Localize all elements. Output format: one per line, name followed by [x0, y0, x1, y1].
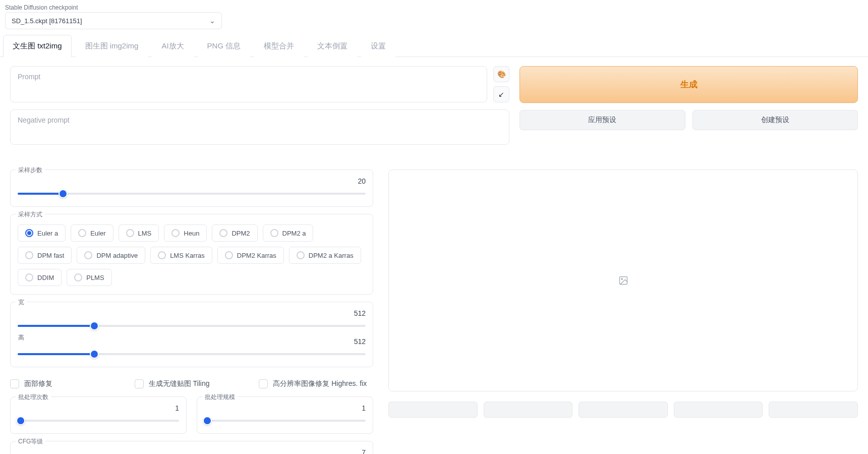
sampler-option-plms[interactable]: PLMS — [67, 269, 111, 286]
width-fieldset: 宽 512 高 512 — [10, 302, 373, 367]
negative-prompt-input[interactable] — [10, 109, 509, 145]
radio-icon — [25, 251, 33, 259]
palette-icon: 🎨 — [497, 70, 506, 78]
image-placeholder-icon — [618, 275, 628, 286]
checkbox-icon — [10, 379, 19, 388]
height-value: 512 — [354, 337, 366, 346]
sampler-option-label: DPM2 Karras — [237, 252, 276, 259]
prompt-input[interactable] — [10, 66, 487, 102]
steps-label: 采样步数 — [16, 166, 45, 175]
radio-icon — [25, 273, 33, 281]
checkbox-icon — [135, 379, 144, 388]
sampler-option-heun[interactable]: Heun — [164, 224, 207, 242]
radio-icon — [297, 251, 305, 259]
sampler-option-dpm-adaptive[interactable]: DPM adaptive — [77, 247, 145, 264]
sampler-option-euler[interactable]: Euler — [71, 224, 113, 242]
apply-preset-button[interactable]: 应用预设 — [519, 110, 685, 130]
radio-icon — [225, 251, 233, 259]
arrow-icon-button[interactable]: ↙ — [493, 86, 509, 102]
tab-文生图-txt2img[interactable]: 文生图 txt2img — [3, 35, 72, 57]
batch-size-label: 批处理规模 — [202, 393, 238, 402]
radio-icon — [270, 229, 278, 237]
checkpoint-label: Stable Diffusion checkpoint — [5, 4, 863, 11]
output-action-2[interactable] — [484, 402, 573, 418]
radio-icon — [78, 229, 86, 237]
generate-button[interactable]: 生成 — [519, 66, 858, 103]
radio-icon — [126, 229, 134, 237]
highres-label: 高分辨率图像修复 Highres. fix — [273, 379, 367, 388]
tab-图生图-img2img[interactable]: 图生图 img2img — [76, 35, 148, 57]
width-slider[interactable] — [18, 321, 366, 330]
tiling-label: 生成无缝贴图 Tiling — [149, 379, 210, 388]
checkpoint-dropdown[interactable]: SD_1.5.ckpt [81761151] ⌄ — [5, 12, 222, 29]
radio-icon — [84, 251, 92, 259]
tab-文本倒置[interactable]: 文本倒置 — [308, 35, 357, 57]
output-action-4[interactable] — [674, 402, 763, 418]
batch-size-slider[interactable] — [204, 416, 366, 425]
cfg-label: CFG等级 — [16, 437, 45, 446]
face-restore-label: 面部修复 — [24, 379, 52, 388]
sampler-option-dpm2-karras[interactable]: DPM2 Karras — [217, 247, 284, 264]
output-preview — [388, 169, 858, 391]
arrow-icon: ↙ — [498, 90, 504, 98]
sampler-option-ddim[interactable]: DDIM — [18, 269, 62, 286]
steps-value: 20 — [358, 177, 366, 185]
tab-ai放大[interactable]: AI放大 — [152, 35, 193, 57]
radio-icon — [219, 229, 227, 237]
sampler-option-label: LMS — [138, 230, 152, 237]
sampler-option-label: DPM fast — [37, 252, 64, 259]
radio-icon — [25, 229, 33, 237]
output-action-1[interactable] — [388, 402, 478, 418]
sampler-option-euler-a[interactable]: Euler a — [18, 224, 66, 242]
radio-icon — [171, 229, 180, 237]
sampler-option-dpm2[interactable]: DPM2 — [212, 224, 257, 242]
output-action-3[interactable] — [578, 402, 668, 418]
cfg-fieldset: CFG等级 7 — [10, 441, 373, 454]
sampler-option-label: Heun — [184, 230, 199, 237]
palette-icon-button[interactable]: 🎨 — [493, 66, 509, 82]
sampler-option-label: LMS Karras — [170, 252, 205, 259]
batch-count-label: 批处理次数 — [16, 393, 51, 402]
face-restore-checkbox[interactable]: 面部修复 — [10, 379, 125, 388]
height-label: 高 — [16, 333, 27, 342]
sampler-fieldset: 采样方式 Euler aEulerLMSHeunDPM2DPM2 aDPM fa… — [10, 214, 373, 295]
batch-count-slider[interactable] — [18, 416, 179, 425]
sampler-option-lms-karras[interactable]: LMS Karras — [150, 247, 212, 264]
sampler-option-label: DPM2 a Karras — [309, 252, 354, 259]
cfg-value: 7 — [362, 448, 366, 454]
sampler-option-dpm2-a-karras[interactable]: DPM2 a Karras — [289, 247, 361, 264]
checkpoint-value: SD_1.5.ckpt [81761151] — [12, 17, 82, 25]
sampler-option-lms[interactable]: LMS — [119, 224, 159, 242]
steps-slider[interactable] — [18, 189, 366, 198]
width-value: 512 — [354, 309, 366, 317]
batch-size-fieldset: 批处理规模 1 — [197, 396, 373, 434]
svg-point-1 — [621, 278, 622, 280]
main-tabs: 文生图 txt2img图生图 img2imgAI放大PNG 信息模型合并文本倒置… — [0, 34, 868, 57]
steps-fieldset: 采样步数 20 — [10, 169, 373, 207]
width-label: 宽 — [16, 298, 27, 307]
radio-icon — [158, 251, 166, 259]
sampler-option-label: DPM2 a — [282, 230, 306, 237]
height-slider[interactable] — [18, 350, 366, 359]
tab-设置[interactable]: 设置 — [361, 35, 395, 57]
sampler-option-label: PLMS — [86, 274, 104, 281]
sampler-option-label: Euler a — [37, 230, 58, 237]
tab-png-信息[interactable]: PNG 信息 — [198, 35, 251, 57]
sampler-option-dpm-fast[interactable]: DPM fast — [18, 247, 72, 264]
sampler-option-dpm2-a[interactable]: DPM2 a — [263, 224, 314, 242]
tiling-checkbox[interactable]: 生成无缝贴图 Tiling — [135, 379, 249, 388]
chevron-down-icon: ⌄ — [209, 17, 215, 25]
sampler-label: 采样方式 — [16, 210, 45, 219]
output-action-5[interactable] — [769, 402, 858, 418]
sampler-option-label: DPM2 — [232, 230, 250, 237]
create-preset-button[interactable]: 创建预设 — [692, 110, 858, 130]
sampler-option-label: DPM adaptive — [96, 252, 138, 259]
tab-模型合并[interactable]: 模型合并 — [254, 35, 304, 57]
sampler-option-label: Euler — [90, 230, 105, 237]
batch-size-value: 1 — [362, 404, 366, 412]
sampler-option-label: DDIM — [37, 274, 54, 281]
batch-count-fieldset: 批处理次数 1 — [10, 396, 187, 434]
checkbox-icon — [259, 379, 268, 388]
batch-count-value: 1 — [175, 404, 179, 412]
highres-checkbox[interactable]: 高分辨率图像修复 Highres. fix — [259, 379, 373, 388]
